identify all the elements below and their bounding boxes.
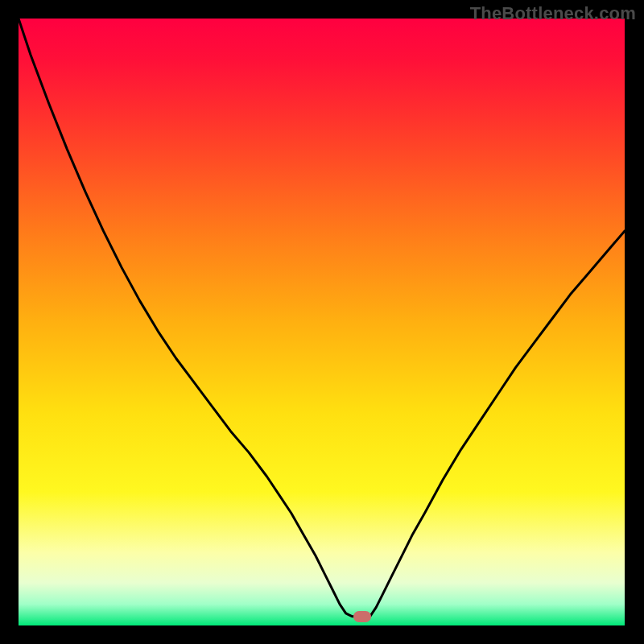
gradient-background [19, 19, 625, 625]
chart-frame: TheBottleneck.com [0, 0, 644, 644]
plot-area [19, 19, 625, 625]
optimal-marker [353, 611, 371, 622]
watermark-text: TheBottleneck.com [470, 3, 636, 24]
